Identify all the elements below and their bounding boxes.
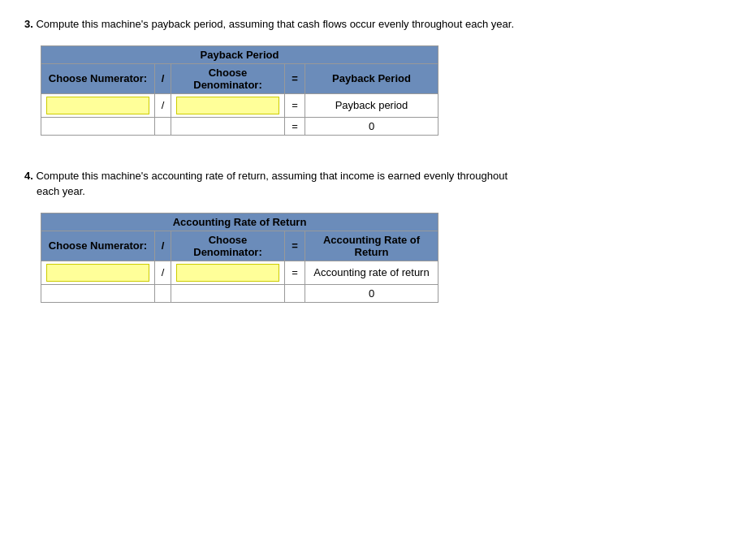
q3-divider-header: / <box>155 63 171 93</box>
accounting-rate-top-header: Accounting Rate of Return <box>41 213 438 231</box>
q3-col2-header: Choose Denominator: <box>171 63 285 93</box>
question-4-section: 4. Compute this machine's accounting rat… <box>24 168 732 303</box>
q3-result-equals: = <box>285 117 305 135</box>
q4-result-label-cell: Accounting rate of return <box>305 261 438 284</box>
q3-numerator-input[interactable] <box>46 97 149 114</box>
q3-result-label-cell: Payback period <box>305 93 438 117</box>
q4-divider-header: / <box>155 231 171 261</box>
q3-row-divider: / <box>155 93 171 117</box>
q4-result-num-empty <box>41 284 155 302</box>
q4-input-row: / = Accounting rate of return <box>41 261 438 284</box>
accounting-rate-table: Accounting Rate of Return Choose Numerat… <box>41 213 438 303</box>
question-3-section: 3. Compute this machine's payback period… <box>24 16 732 136</box>
q4-denominator-cell[interactable] <box>171 261 285 284</box>
table1-top-header-row: Payback Period <box>41 45 438 63</box>
q4-col3-header: Accounting Rate of Return <box>305 231 438 261</box>
q4-col1-header: Choose Numerator: <box>41 231 155 261</box>
question-3-table-wrapper: Payback Period Choose Numerator: / Choos… <box>41 45 732 136</box>
q4-result-row: 0 <box>41 284 438 302</box>
q4-row-divider: / <box>155 261 171 284</box>
q3-row-equals: = <box>285 93 305 117</box>
question-4-text: 4. Compute this machine's accounting rat… <box>24 168 732 200</box>
q3-col3-header: Payback Period <box>305 63 438 93</box>
payback-period-top-header: Payback Period <box>41 45 438 63</box>
q4-col2-header: Choose Denominator: <box>171 231 285 261</box>
q3-result-value: 0 <box>305 117 438 135</box>
question-4-label: 4. <box>24 170 33 182</box>
q3-result-den-empty <box>171 117 285 135</box>
q4-result-value: 0 <box>305 284 438 302</box>
question-3-label: 3. <box>24 18 33 30</box>
question-4-table-wrapper: Accounting Rate of Return Choose Numerat… <box>41 213 732 303</box>
q4-row-equals: = <box>285 261 305 284</box>
q3-result-num-empty <box>41 117 155 135</box>
q3-col1-header: Choose Numerator: <box>41 63 155 93</box>
q4-numerator-input[interactable] <box>46 264 149 282</box>
q3-result-row: = 0 <box>41 117 438 135</box>
q3-denominator-input[interactable] <box>176 97 279 114</box>
q4-numerator-cell[interactable] <box>41 261 155 284</box>
q4-denominator-input[interactable] <box>176 264 279 282</box>
payback-period-table: Payback Period Choose Numerator: / Choos… <box>41 45 438 136</box>
q4-result-den-empty <box>171 284 285 302</box>
table2-subheader-row: Choose Numerator: / Choose Denominator: … <box>41 231 438 261</box>
table2-top-header-row: Accounting Rate of Return <box>41 213 438 231</box>
q3-input-row: / = Payback period <box>41 93 438 117</box>
q3-denominator-cell[interactable] <box>171 93 285 117</box>
q3-numerator-cell[interactable] <box>41 93 155 117</box>
q4-result-div-empty <box>155 284 171 302</box>
q3-equals-header: = <box>285 63 305 93</box>
q4-result-eq-empty <box>285 284 305 302</box>
table1-subheader-row: Choose Numerator: / Choose Denominator: … <box>41 63 438 93</box>
q3-result-div-empty <box>155 117 171 135</box>
question-3-text: 3. Compute this machine's payback period… <box>24 16 732 32</box>
q4-equals-header: = <box>285 231 305 261</box>
